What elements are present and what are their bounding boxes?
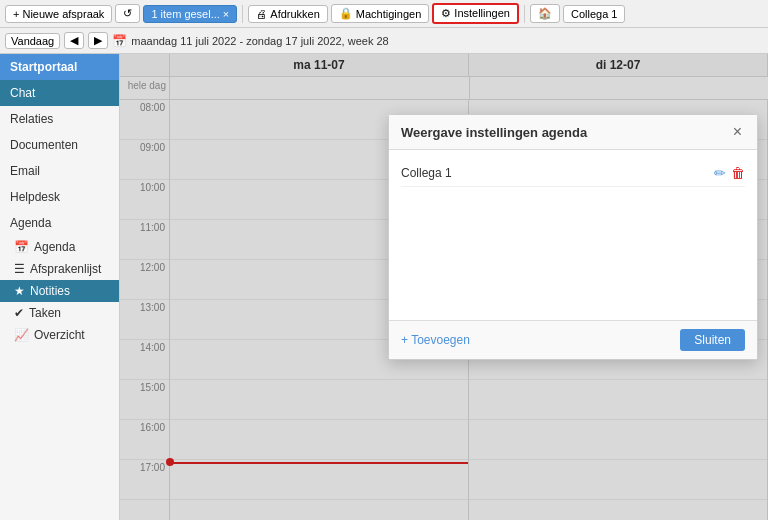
user-button[interactable]: Collega 1	[563, 5, 625, 23]
sidebar-item-chat[interactable]: Chat	[0, 80, 119, 106]
close-modal-button[interactable]: Sluiten	[680, 329, 745, 351]
sidebar-item-relaties[interactable]: Relaties	[0, 106, 119, 132]
agenda-row-colleague: Collega 1 ✏ 🗑	[401, 160, 745, 187]
edit-colleague-button[interactable]: ✏	[714, 165, 726, 181]
toolbar-row1: + Nieuwe afspraak ↺ 1 item gesel... × 🖨 …	[0, 0, 768, 28]
modal-header: Weergave instellingen agenda ×	[389, 115, 757, 150]
prev-icon: ◀	[70, 34, 78, 46]
add-button[interactable]: + Toevoegen	[401, 333, 470, 347]
sidebar: Startportaal Chat Relaties Documenten Em…	[0, 54, 120, 520]
printer-icon: 🖨	[256, 8, 267, 20]
notities-label: Notities	[30, 284, 70, 298]
refresh-icon: ↺	[123, 7, 132, 20]
sidebar-sub-taken[interactable]: ✔ Taken	[0, 302, 119, 324]
permissions-button[interactable]: 🔒 Machtigingen	[331, 4, 429, 23]
selected-item-label: 1 item gesel...	[151, 8, 219, 20]
taken-label: Taken	[29, 306, 61, 320]
plus-icon: +	[13, 8, 19, 20]
chart-icon: 📈	[14, 328, 29, 342]
home-icon: 🏠	[538, 7, 552, 20]
print-label: Afdrukken	[270, 8, 320, 20]
helpdesk-label: Helpdesk	[10, 190, 60, 204]
check-icon: ✔	[14, 306, 24, 320]
overzicht-label: Overzicht	[34, 328, 85, 342]
modal-footer: + Toevoegen Sluiten	[389, 320, 757, 359]
user-label: Collega 1	[571, 8, 617, 20]
settings-button[interactable]: ⚙ Instellingen	[432, 3, 519, 24]
sidebar-sub-notities[interactable]: ★ Notities	[0, 280, 119, 302]
afspraken-label: Afsprakenlijst	[30, 262, 101, 276]
close-btn-label: Sluiten	[694, 333, 731, 347]
agenda-row-actions: ✏ 🗑	[714, 165, 745, 181]
date-range-label: maandag 11 juli 2022 - zondag 17 juli 20…	[131, 35, 388, 47]
sidebar-item-documenten[interactable]: Documenten	[0, 132, 119, 158]
toolbar-row2: Vandaag ◀ ▶ 📅 maandag 11 juli 2022 - zon…	[0, 28, 768, 54]
settings-label: ⚙ Instellingen	[441, 7, 510, 20]
modal-title: Weergave instellingen agenda	[401, 125, 587, 140]
sidebar-sub-agenda[interactable]: 📅 Agenda	[0, 236, 119, 258]
separator2	[524, 5, 525, 23]
lock-icon: 🔒	[339, 7, 353, 20]
new-appointment-button[interactable]: + Nieuwe afspraak	[5, 5, 112, 23]
next-button[interactable]: ▶	[88, 32, 108, 49]
sidebar-sub-afspraken[interactable]: ☰ Afsprakenlijst	[0, 258, 119, 280]
permissions-label: Machtigingen	[356, 8, 421, 20]
email-label: Email	[10, 164, 40, 178]
next-icon: ▶	[94, 34, 102, 46]
modal-close-button[interactable]: ×	[730, 123, 745, 141]
list-icon: ☰	[14, 262, 25, 276]
today-button[interactable]: Vandaag	[5, 33, 60, 49]
startportaal-label: Startportaal	[10, 60, 77, 74]
colleague-name: Collega 1	[401, 166, 452, 180]
star-icon: ★	[14, 284, 25, 298]
sidebar-item-email[interactable]: Email	[0, 158, 119, 184]
sidebar-item-helpdesk[interactable]: Helpdesk	[0, 184, 119, 210]
separator1	[242, 5, 243, 23]
calendar-area: ma 11-07 di 12-07 hele dag 08:00 09:00 1…	[120, 54, 768, 520]
agenda-label: Agenda	[10, 216, 51, 230]
sidebar-item-agenda[interactable]: Agenda	[0, 210, 119, 236]
documenten-label: Documenten	[10, 138, 78, 152]
sub-agenda-label: Agenda	[34, 240, 75, 254]
home-button[interactable]: 🏠	[530, 4, 560, 23]
selected-item-button[interactable]: 1 item gesel... ×	[143, 5, 237, 23]
sidebar-item-startportaal[interactable]: Startportaal	[0, 54, 119, 80]
settings-modal: Weergave instellingen agenda × Collega 1…	[388, 114, 758, 360]
new-appointment-label: Nieuwe afspraak	[22, 8, 104, 20]
relaties-label: Relaties	[10, 112, 53, 126]
modal-overlay: Weergave instellingen agenda × Collega 1…	[120, 54, 768, 520]
prev-button[interactable]: ◀	[64, 32, 84, 49]
modal-body: Collega 1 ✏ 🗑	[389, 150, 757, 320]
close-selection-icon[interactable]: ×	[223, 8, 229, 20]
refresh-button[interactable]: ↺	[115, 4, 140, 23]
delete-colleague-button[interactable]: 🗑	[731, 165, 745, 181]
calendar-icon: 📅	[112, 34, 127, 48]
chat-label: Chat	[10, 86, 35, 100]
sidebar-sub-overzicht[interactable]: 📈 Overzicht	[0, 324, 119, 346]
calendar-sub-icon: 📅	[14, 240, 29, 254]
main-layout: Startportaal Chat Relaties Documenten Em…	[0, 54, 768, 520]
print-button[interactable]: 🖨 Afdrukken	[248, 5, 328, 23]
today-label: Vandaag	[11, 35, 54, 47]
add-label: + Toevoegen	[401, 333, 470, 347]
